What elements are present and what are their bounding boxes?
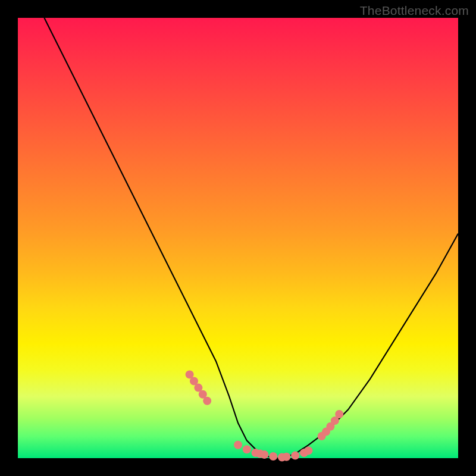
chart-svg [18,18,458,458]
highlight-dot [269,452,277,461]
watermark-text: TheBottleneck.com [360,4,469,18]
highlight-dots [186,370,344,461]
highlight-dot [260,450,268,459]
chart-frame: TheBottleneck.com [0,0,476,476]
bottleneck-curve [44,18,458,458]
highlight-dot [335,410,343,418]
highlight-dot [203,397,211,405]
highlight-dot [291,452,299,460]
highlight-dot [282,453,290,461]
highlight-dot [304,446,312,455]
highlight-dot [243,445,251,453]
highlight-dot [234,441,242,449]
